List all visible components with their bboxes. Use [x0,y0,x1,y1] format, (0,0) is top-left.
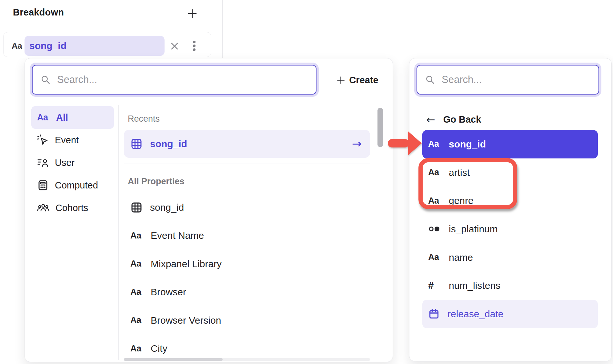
property-name: name [449,252,473,263]
search-icon [40,75,51,85]
list-divider [124,164,370,164]
create-property-button[interactable]: Create [328,69,387,91]
back-arrow-icon: ← [426,114,435,125]
text-type-icon: Aa [37,113,50,122]
property-name: song_id [150,138,187,149]
drilldown-search-box [417,65,599,95]
create-button-label: Create [349,75,378,86]
text-type-icon: Aa [130,288,143,297]
add-breakdown-button[interactable] [186,7,199,20]
go-back-button[interactable]: ← Go Back [426,112,481,127]
property-name: genre [449,195,474,206]
property-item-event-name[interactable]: AaEvent Name [124,222,370,250]
red-annotation-arrow [385,128,425,158]
drilldown-property-list: Aasong_idAaartistAagenreis_platinumAanam… [422,130,598,328]
cohorts-icon [37,202,49,213]
property-name: Browser Version [151,315,221,326]
go-back-label: Go Back [443,114,481,125]
recent-property-song_id[interactable]: song_id→ [124,130,370,158]
drilldown-item-genre[interactable]: Aagenre [422,187,598,215]
text-type-icon: Aa [130,316,143,325]
text-type-icon: Aa [428,197,441,205]
property-name: release_date [447,308,503,319]
property-name: Browser [151,287,186,298]
drilldown-item-release_date[interactable]: release_date [422,300,598,328]
all-properties-list: song_idAaEvent NameAaMixpanel LibraryAaB… [124,193,370,363]
property-drilldown-panel: ← Go Back Aasong_idAaartistAagenreis_pla… [409,58,612,361]
panel-divider [222,0,223,58]
property-item-browser-version[interactable]: AaBrowser Version [124,306,370,335]
table-grid-icon [130,201,143,214]
text-type-icon: Aa [428,253,441,262]
property-search-input[interactable] [56,74,316,86]
table-grid-icon [130,138,143,150]
sidebar-item-label: All [56,112,68,123]
text-type-icon: Aa [428,168,441,177]
sidebar-item-label: User [55,157,75,168]
page: { "colors": { "indigo_text": "#5247D5", … [0,0,613,364]
vertical-scrollbar-thumb[interactable] [377,108,383,147]
drilldown-item-is_platinum[interactable]: is_platinum [422,215,598,243]
recents-list: song_id→ [124,130,370,158]
plus-icon [337,76,345,85]
sidebar-item-user[interactable]: User [31,151,114,174]
property-search-box [32,65,317,95]
property-item-browser[interactable]: AaBrowser [124,278,370,307]
close-icon [170,41,179,51]
text-type-icon: Aa [12,41,22,51]
property-item-mixpanel-library[interactable]: AaMixpanel Library [124,250,370,278]
property-name: Event Name [151,230,204,241]
drilldown-item-song_id[interactable]: Aasong_id [422,130,598,158]
property-name: Mixpanel Library [151,258,222,269]
sidebar-item-all[interactable]: AaAll [31,106,114,129]
selected-breakdown-chip[interactable]: song_id [25,36,165,56]
event-icon [37,134,49,146]
property-name: num_listens [449,280,500,291]
property-name: City [151,343,167,354]
breakdown-section-title: Breakdown [13,7,64,18]
calendar-icon [428,308,440,320]
computed-icon [37,179,49,191]
recents-header: Recents [128,114,160,124]
sidebar-item-cohorts[interactable]: Cohorts [31,197,114,219]
category-sidebar: AaAllEventUserComputedCohorts [31,106,114,219]
property-picker-panel: Create AaAllEventUserComputedCohorts Rec… [25,58,393,362]
drilldown-item-artist[interactable]: Aaartist [422,158,598,187]
text-type-icon: Aa [428,140,441,148]
plus-icon [187,9,197,18]
property-item-song_id[interactable]: song_id [124,193,370,222]
text-type-icon: Aa [130,344,143,353]
sidebar-item-label: Event [55,135,79,146]
property-name: artist [449,167,470,178]
sidebar-item-event[interactable]: Event [31,129,114,151]
remove-breakdown-button[interactable] [170,41,179,51]
property-name: is_platinum [449,224,498,235]
text-type-icon: Aa [130,259,143,268]
drill-in-arrow-icon[interactable]: → [352,138,370,150]
search-icon [425,75,435,85]
number-type-icon: # [428,281,441,291]
sidebar-item-label: Computed [55,180,98,191]
breakdown-options-button[interactable] [193,41,196,51]
property-name: song_id [449,139,486,150]
drilldown-item-name[interactable]: Aaname [422,243,598,272]
horizontal-scrollbar-thumb[interactable] [124,358,223,361]
user-icon [37,157,49,168]
sidebar-divider [118,105,119,360]
all-properties-header: All Properties [128,177,185,187]
text-type-icon: Aa [130,231,143,240]
selected-breakdown-label: song_id [29,40,66,51]
sidebar-item-label: Cohorts [55,203,88,213]
sidebar-item-computed[interactable]: Computed [31,174,114,197]
drilldown-item-num_listens[interactable]: #num_listens [422,271,598,300]
boolean-type-icon [428,225,441,233]
drilldown-search-input[interactable] [441,74,598,86]
property-name: song_id [150,202,184,213]
